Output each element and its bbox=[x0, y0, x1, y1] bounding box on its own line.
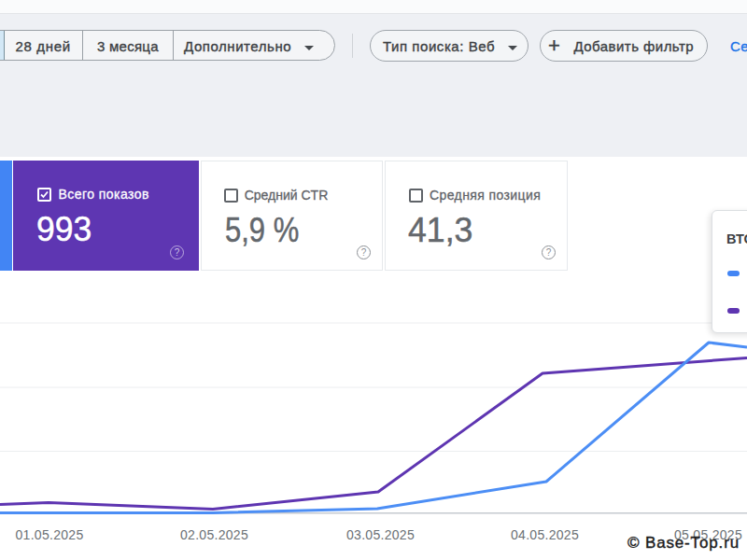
svg-text:02.05.2025: 02.05.2025 bbox=[180, 527, 248, 542]
svg-text:03.05.2025: 03.05.2025 bbox=[346, 527, 415, 542]
svg-text:04.05.2025: 04.05.2025 bbox=[511, 527, 579, 542]
svg-text:01.05.2025: 01.05.2025 bbox=[15, 527, 83, 542]
